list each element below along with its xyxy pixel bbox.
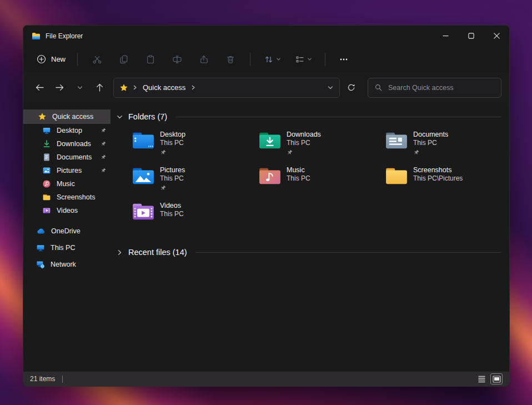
pin-icon: [101, 168, 106, 173]
cut-button[interactable]: [85, 51, 109, 68]
status-divider: [62, 376, 63, 383]
folder-location: This PC: [160, 139, 185, 147]
desktop-icon: [42, 126, 51, 135]
new-button[interactable]: New: [31, 51, 71, 68]
recent-files-group-header[interactable]: Recent files (14): [116, 246, 503, 258]
search-box[interactable]: [368, 78, 501, 98]
sidebar-item-videos[interactable]: Videos: [23, 204, 111, 217]
pin-icon: [101, 154, 106, 160]
documents-icon: [42, 153, 51, 162]
maximize-button[interactable]: [458, 26, 484, 46]
chevron-right-icon: [116, 249, 123, 256]
forward-button[interactable]: [51, 79, 69, 97]
new-button-label: New: [51, 55, 66, 63]
sort-icon: [264, 54, 274, 64]
sidebar-item-onedrive[interactable]: OneDrive: [23, 223, 111, 239]
status-view-toggles: [475, 373, 503, 384]
navigation-bar: Quick access: [23, 72, 509, 103]
folder-tile-documents[interactable]: Documents This PC: [385, 131, 510, 166]
large-icons-view-button[interactable]: [490, 373, 503, 384]
sidebar-item-network[interactable]: Network: [23, 256, 111, 273]
folder-name: Documents: [413, 131, 448, 139]
quick-access-star-icon: [119, 83, 128, 92]
chevron-down-icon: [77, 84, 83, 91]
desktop-wallpaper: File Explorer New: [0, 0, 532, 405]
breadcrumb-chevron-icon: [190, 84, 196, 91]
folder-location: This PC: [160, 210, 184, 218]
sidebar-item-label: Documents: [57, 153, 95, 161]
sort-button[interactable]: [258, 51, 287, 68]
videos-folder-icon: [132, 202, 155, 221]
more-options-button[interactable]: [333, 51, 355, 68]
file-explorer-app-icon: [32, 32, 41, 41]
pin-icon: [287, 149, 321, 156]
window-controls: [433, 26, 509, 46]
folder-location: This PC: [160, 174, 185, 183]
pictures-icon: [42, 166, 51, 175]
view-button[interactable]: [289, 51, 318, 68]
details-view-button[interactable]: [475, 373, 488, 384]
tile-text: Documents This PC: [413, 131, 448, 156]
downloads-folder-icon: [258, 131, 282, 150]
pin-icon: [160, 149, 185, 156]
recent-locations-button[interactable]: [71, 79, 89, 97]
sidebar-item-screenshots[interactable]: Screenshots: [23, 191, 111, 204]
folder-location: This PC: [413, 139, 448, 147]
navigation-pane: Quick access Desktop: [23, 103, 111, 372]
folder-tile-screenshots[interactable]: Screenshots This PC\Pictures: [385, 166, 510, 202]
tile-text: Screenshots This PC\Pictures: [413, 166, 463, 183]
folder-location: This PC\Pictures: [413, 174, 463, 183]
search-input[interactable]: [388, 84, 495, 92]
folder-tile-downloads[interactable]: Downloads This PC: [258, 131, 385, 166]
sidebar-item-label: Downloads: [57, 140, 95, 148]
folder-tile-pictures[interactable]: Pictures This PC: [132, 166, 258, 202]
tile-text: Music This PC: [287, 166, 310, 183]
sidebar-item-this-pc[interactable]: This PC: [23, 239, 111, 256]
plain-folder-icon: [385, 167, 408, 186]
folder-tile-desktop[interactable]: Desktop This PC: [132, 131, 258, 166]
toolbar-separator: [77, 53, 78, 66]
desktop-folder-icon: [132, 131, 155, 150]
back-arrow-icon: [35, 83, 44, 92]
pin-icon: [413, 149, 448, 156]
folder-tile-videos[interactable]: Videos This PC: [132, 202, 258, 237]
content-area: Folders (7): [111, 103, 509, 372]
close-button[interactable]: [484, 26, 509, 46]
breadcrumb-quick-access[interactable]: Quick access: [142, 83, 187, 92]
tile-text: Desktop This PC: [160, 131, 185, 156]
back-button[interactable]: [31, 79, 49, 97]
sidebar-item-label: OneDrive: [51, 227, 106, 235]
more-ellipsis-icon: [339, 54, 349, 64]
command-toolbar: New: [23, 46, 509, 72]
up-button[interactable]: [91, 79, 109, 97]
window-body: Quick access Desktop: [23, 103, 509, 372]
folder-tile-music[interactable]: Music This PC: [258, 166, 385, 202]
rename-icon: [172, 54, 182, 64]
address-dropdown-chevron-icon[interactable]: [327, 84, 334, 91]
rename-button[interactable]: [165, 51, 189, 68]
forward-arrow-icon: [55, 83, 64, 92]
paste-button[interactable]: [138, 51, 163, 68]
folders-group-header[interactable]: Folders (7): [116, 111, 503, 123]
address-bar[interactable]: Quick access: [113, 78, 340, 98]
sidebar-item-documents[interactable]: Documents: [23, 151, 111, 164]
sidebar-item-music[interactable]: Music: [23, 177, 111, 191]
sidebar-item-label: This PC: [51, 244, 106, 252]
copy-button[interactable]: [112, 51, 136, 68]
tile-text: Videos This PC: [160, 202, 184, 218]
sidebar-item-desktop[interactable]: Desktop: [23, 124, 111, 137]
toolbar-separator: [325, 53, 325, 66]
window-title: File Explorer: [46, 32, 83, 40]
title-bar[interactable]: File Explorer: [23, 26, 509, 46]
share-button[interactable]: [192, 51, 216, 68]
folder-name: Videos: [160, 202, 184, 210]
minimize-button[interactable]: [433, 26, 458, 46]
recent-files-group-label: Recent files (14): [128, 248, 187, 257]
folder-name: Music: [287, 166, 310, 174]
sidebar-item-downloads[interactable]: Downloads: [23, 137, 111, 151]
sidebar-item-pictures[interactable]: Pictures: [23, 164, 111, 177]
refresh-button[interactable]: [342, 79, 360, 97]
delete-button[interactable]: [218, 51, 243, 68]
sidebar-item-quick-access[interactable]: Quick access: [23, 109, 111, 124]
cut-icon: [92, 54, 102, 64]
